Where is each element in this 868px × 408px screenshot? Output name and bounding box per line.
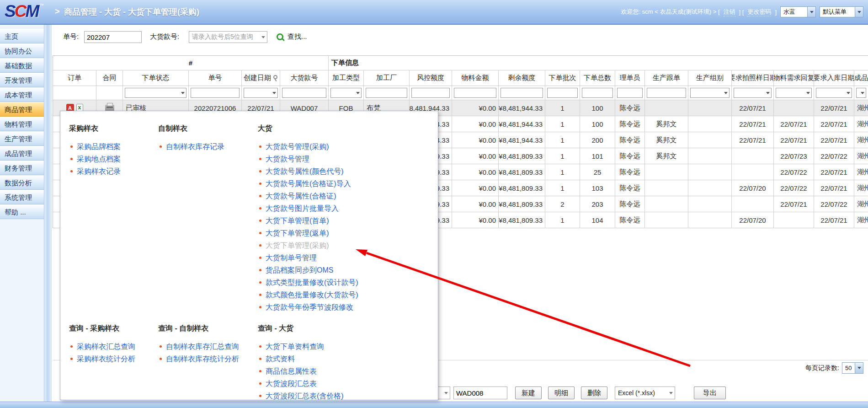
- filter-input[interactable]: [454, 88, 496, 98]
- sidebar-item[interactable]: 成本管理: [0, 87, 44, 102]
- menu-item[interactable]: 款式资料: [258, 353, 436, 365]
- column-header[interactable]: 创建日期: [242, 70, 280, 86]
- menu-item[interactable]: 款式类型批量修改(设计款号): [258, 276, 436, 289]
- filter-input[interactable]: [617, 88, 643, 98]
- menu-item[interactable]: 大货款号属性(合格证): [258, 190, 436, 202]
- menu-item[interactable]: 大货款号属性(颜色代号): [258, 165, 436, 177]
- column-header[interactable]: 加工类型: [329, 70, 364, 86]
- column-header[interactable]: 下单状态: [123, 70, 189, 86]
- menu-item[interactable]: 货品档案同步到OMS: [258, 264, 436, 276]
- filter-input[interactable]: [411, 88, 450, 98]
- column-header[interactable]: 订单: [53, 70, 96, 86]
- filter-combo[interactable]: [330, 88, 362, 98]
- sidebar-item[interactable]: 商品管理: [0, 102, 44, 117]
- column-header[interactable]: 单号: [189, 70, 242, 86]
- search-icon[interactable]: [276, 33, 285, 42]
- column-header[interactable]: 要求拍照样日期: [732, 70, 774, 86]
- sidebar-item[interactable]: 财务管理: [0, 161, 44, 175]
- filter-combo[interactable]: [244, 88, 278, 98]
- menu-item[interactable]: 大货制单号管理: [258, 252, 436, 264]
- filter-combo[interactable]: [856, 88, 866, 98]
- menu-item[interactable]: 自制样衣库存汇总查询: [158, 340, 254, 353]
- menu-item[interactable]: 款式颜色批量修改(大货款号): [258, 289, 436, 301]
- filter-combo[interactable]: [734, 88, 772, 98]
- filter-input[interactable]: [191, 88, 240, 98]
- sidebar-item[interactable]: 协同办公: [0, 43, 44, 58]
- filter-input[interactable]: [501, 88, 543, 98]
- column-header[interactable]: 物料金额: [452, 70, 499, 86]
- new-button[interactable]: 新建: [515, 387, 542, 399]
- menu-item[interactable]: 大货下单管理(返单): [258, 227, 436, 239]
- column-header[interactable]: 成品: [854, 70, 868, 86]
- menu-item[interactable]: 大货下单资料查询: [258, 340, 436, 353]
- column-header[interactable]: 物料需求回复: [774, 70, 814, 86]
- column-header[interactable]: 生产跟单: [645, 70, 688, 86]
- style-code-input[interactable]: [453, 387, 507, 399]
- column-header[interactable]: 剩余额度: [499, 70, 545, 86]
- sidebar-item[interactable]: 开发管理: [0, 73, 44, 87]
- chevron-down-icon[interactable]: [807, 7, 815, 17]
- theme-select[interactable]: 水蓝: [780, 6, 816, 17]
- page-size-select[interactable]: 50: [842, 362, 863, 374]
- menu-item[interactable]: 大货款号属性(合格证)导入: [258, 177, 436, 190]
- export-format-select[interactable]: Excel (*.xlsx): [615, 387, 675, 399]
- menu-item[interactable]: 自制样衣库存记录: [158, 140, 254, 153]
- filter-input[interactable]: [366, 88, 407, 98]
- filter-combo[interactable]: [816, 88, 852, 98]
- filter-combo[interactable]: [125, 88, 186, 98]
- sidebar-item[interactable]: 帮助 ...: [0, 204, 44, 219]
- change-password-link[interactable]: 更改密码: [747, 8, 771, 16]
- menu-item[interactable]: 采购样衣统计分析: [69, 353, 156, 365]
- column-header[interactable]: 要求入库日期: [814, 70, 854, 86]
- menu-item[interactable]: 采购品牌档案: [69, 140, 156, 153]
- sidebar-item[interactable]: 成品管理: [0, 146, 44, 161]
- printer-icon[interactable]: [105, 105, 114, 111]
- delete-button[interactable]: 删除: [581, 387, 607, 399]
- menu-item[interactable]: 大货款号年份季节波段修改: [258, 301, 436, 313]
- menu-item[interactable]: 自制样衣库存统计分析: [158, 353, 254, 365]
- menu-item[interactable]: 采购样衣汇总查询: [69, 340, 156, 353]
- column-header[interactable]: 风控额度: [410, 70, 452, 86]
- chevron-down-icon[interactable]: [442, 387, 450, 399]
- filter-input[interactable]: [282, 88, 326, 98]
- export-button[interactable]: 导出: [694, 387, 726, 399]
- menu-item[interactable]: 大货款号图片批量导入: [258, 202, 436, 215]
- logout-link[interactable]: 注销: [724, 8, 735, 16]
- find-button[interactable]: 查找...: [288, 30, 307, 43]
- sidebar-splitter[interactable]: [44, 25, 52, 408]
- filter-combo[interactable]: [776, 88, 812, 98]
- menu-item[interactable]: 采购样衣记录: [69, 165, 156, 177]
- column-header[interactable]: 大货款号: [280, 70, 329, 86]
- filter-input[interactable]: [647, 88, 686, 98]
- filter-input[interactable]: [582, 88, 613, 98]
- sidebar-item[interactable]: 数据分析: [0, 175, 44, 190]
- filter-combo[interactable]: [690, 88, 730, 98]
- filter-input[interactable]: [547, 88, 578, 98]
- sidebar-item[interactable]: 系统管理: [0, 190, 44, 204]
- column-header[interactable]: 合同: [96, 70, 123, 86]
- column-header[interactable]: 生产组别: [688, 70, 732, 86]
- sidebar-item[interactable]: 主页: [0, 29, 44, 43]
- menu-item[interactable]: 大货波段汇总表(含价格): [258, 390, 436, 402]
- chevron-down-icon[interactable]: [855, 7, 863, 17]
- chevron-down-icon[interactable]: [667, 387, 675, 399]
- order-no-input[interactable]: [84, 31, 142, 43]
- detail-button[interactable]: 明细: [548, 387, 575, 399]
- column-header[interactable]: 下单批次: [545, 70, 580, 86]
- menu-item[interactable]: 大货波段汇总表: [258, 377, 436, 390]
- column-header[interactable]: 理单员: [615, 70, 645, 86]
- sidebar-item[interactable]: 物料管理: [0, 117, 44, 131]
- menu-item[interactable]: 大货下单管理(首单): [258, 215, 436, 227]
- menu-item[interactable]: 大货款号管理: [258, 153, 436, 165]
- chevron-down-icon[interactable]: [259, 32, 267, 43]
- chevron-down-icon[interactable]: [855, 363, 863, 373]
- sidebar-item[interactable]: 生产管理: [0, 131, 44, 146]
- column-header[interactable]: 下单总数: [580, 70, 615, 86]
- style-no-combo[interactable]: 请录入款号后5位查询: [189, 31, 267, 43]
- menu-item[interactable]: 采购地点档案: [69, 153, 156, 165]
- column-header[interactable]: 加工厂: [364, 70, 410, 86]
- menu-item[interactable]: 商品信息属性表: [258, 365, 436, 377]
- menu-style-select[interactable]: 默认菜单: [820, 6, 863, 17]
- sidebar-item[interactable]: 基础数据: [0, 58, 44, 73]
- menu-item[interactable]: 大货款号管理(采购): [258, 140, 436, 153]
